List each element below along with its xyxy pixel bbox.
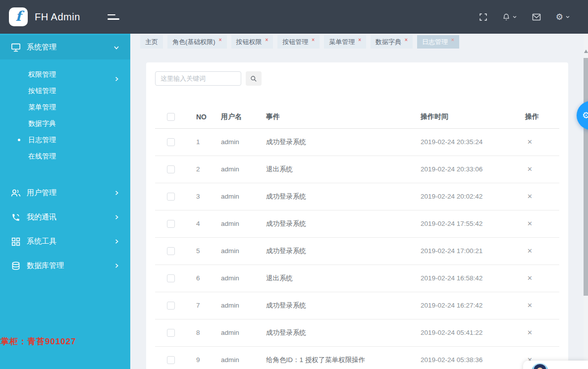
- sidebar-subitem-label: 按钮管理: [28, 87, 56, 95]
- row-checkbox[interactable]: [167, 274, 175, 282]
- row-checkbox[interactable]: [167, 165, 175, 173]
- row-checkbox[interactable]: [167, 193, 175, 201]
- fullscreen-icon[interactable]: [479, 13, 487, 21]
- delete-row-button[interactable]: ✕: [525, 328, 535, 337]
- chevron-right-icon: [114, 263, 119, 268]
- sidebar: 系统管理权限管理按钮管理菜单管理数据字典日志管理在线管理用户管理我的通讯系统工具…: [0, 34, 130, 369]
- sidebar-subitem-button-mgmt[interactable]: 按钮管理: [0, 83, 130, 99]
- cell-username: admin: [221, 183, 266, 210]
- table-row: 7admin成功登录系统2019-02-24 16:27:42✕: [155, 292, 559, 319]
- sidebar-toggle-icon[interactable]: [107, 12, 121, 22]
- sidebar-item-contacts[interactable]: 我的通讯: [0, 205, 130, 229]
- tab-label: 按钮管理: [282, 38, 308, 46]
- delete-row-button[interactable]: ✕: [525, 246, 535, 256]
- notifications-icon[interactable]: [502, 13, 517, 21]
- sidebar-subitem-label: 在线管理: [28, 152, 56, 160]
- tab-close-icon[interactable]: ×: [219, 33, 222, 47]
- row-checkbox[interactable]: [167, 220, 175, 228]
- tab-role[interactable]: 角色(基础权限)×: [167, 35, 227, 49]
- sidebar-subitem-label: 日志管理: [28, 136, 56, 144]
- chevron-right-icon: [114, 239, 119, 244]
- tab-label: 日志管理: [422, 38, 448, 46]
- table-row: 9admin给角色ID：1 授权了菜单权限操作2019-02-24 05:38:…: [155, 346, 559, 369]
- chevron-down-icon: [565, 14, 570, 19]
- delete-row-button[interactable]: ✕: [525, 164, 535, 174]
- column-header-4: 操作: [525, 105, 559, 128]
- cell-event: 成功登录系统: [266, 128, 421, 156]
- vertical-scrollbar[interactable]: [584, 34, 588, 369]
- app-logo: f: [9, 7, 28, 26]
- tab-home[interactable]: 主页: [140, 35, 163, 49]
- delete-row-button[interactable]: ✕: [525, 273, 535, 283]
- sidebar-item-tools[interactable]: 系统工具: [0, 229, 130, 254]
- scrollbar-thumb[interactable]: [584, 58, 588, 296]
- cell-no: 1: [196, 128, 221, 156]
- table-header-row: NO用户名事件操作时间操作: [155, 105, 559, 128]
- sidebar-subitem-label: 数据字典: [28, 119, 56, 127]
- search-button[interactable]: [246, 71, 262, 86]
- tab-close-icon[interactable]: ×: [312, 33, 315, 47]
- sidebar-item-label: 用户管理: [27, 188, 56, 198]
- tab-label: 菜单管理: [329, 38, 355, 46]
- cell-event: 成功登录系统: [266, 210, 421, 237]
- row-checkbox[interactable]: [167, 302, 175, 310]
- cell-no: 5: [196, 237, 221, 264]
- cell-event: 成功登录系统: [266, 292, 421, 319]
- tab-close-icon[interactable]: ×: [451, 33, 454, 47]
- sidebar-item-users[interactable]: 用户管理: [0, 181, 130, 205]
- sidebar-subitem-log-mgmt[interactable]: 日志管理: [0, 132, 130, 148]
- search-icon: [250, 75, 257, 82]
- brand-area: f FH Admin: [0, 0, 130, 34]
- row-checkbox[interactable]: [167, 329, 175, 337]
- sidebar-subitem-online-mgmt[interactable]: 在线管理: [0, 148, 130, 164]
- tab-button-mgmt[interactable]: 按钮管理×: [277, 35, 320, 49]
- cell-event: 成功登录系统: [266, 319, 421, 346]
- tab-log-mgmt[interactable]: 日志管理×: [417, 35, 459, 49]
- tab-close-icon[interactable]: ×: [266, 33, 268, 47]
- row-checkbox[interactable]: [167, 138, 175, 146]
- tab-data-dict[interactable]: 数据字典×: [371, 35, 413, 49]
- table-row: 3admin成功登录系统2019-02-24 20:02:42✕: [155, 183, 559, 210]
- column-header-0: NO: [196, 105, 221, 128]
- sidebar-subitem-data-dict[interactable]: 数据字典: [0, 115, 130, 132]
- sidebar-subitem-menu-mgmt[interactable]: 菜单管理: [0, 99, 130, 115]
- scroll-up-arrow-icon[interactable]: [584, 50, 588, 53]
- log-table: NO用户名事件操作时间操作 1admin成功登录系统2019-02-24 20:…: [155, 105, 559, 369]
- watermark-text: 掌柜：青苔901027: [0, 336, 76, 347]
- tab-menu-mgmt[interactable]: 菜单管理×: [324, 35, 366, 49]
- cell-no: 8: [196, 319, 221, 346]
- assistant-avatar: [532, 363, 548, 369]
- sidebar-item-database[interactable]: 数据库管理: [0, 254, 130, 278]
- cell-time: 2019-02-24 20:02:42: [421, 183, 525, 210]
- grid-icon: [11, 237, 21, 247]
- delete-row-button[interactable]: ✕: [525, 137, 535, 147]
- gear-icon: ⚙: [556, 13, 563, 21]
- delete-row-button[interactable]: ✕: [525, 192, 535, 201]
- tab-button-perm[interactable]: 按钮权限×: [231, 35, 273, 49]
- sidebar-subitem-label: 菜单管理: [28, 103, 56, 111]
- delete-row-button[interactable]: ✕: [525, 301, 535, 310]
- search-input[interactable]: [155, 71, 241, 86]
- gear-icon: ⚙: [582, 111, 588, 120]
- cell-time: 2019-02-24 05:41:22: [421, 319, 525, 346]
- sidebar-item-system[interactable]: 系统管理: [0, 35, 130, 59]
- tab-close-icon[interactable]: ×: [358, 33, 361, 47]
- cell-username: admin: [221, 210, 266, 237]
- row-checkbox[interactable]: [167, 247, 175, 255]
- top-bar: f FH Admin: [0, 0, 588, 34]
- cell-time: 2019-02-24 16:58:42: [421, 264, 525, 292]
- tab-close-icon[interactable]: ×: [405, 33, 408, 47]
- content-card: NO用户名事件操作时间操作 1admin成功登录系统2019-02-24 20:…: [146, 62, 568, 369]
- cell-time: 2019-02-24 17:00:21: [421, 237, 525, 264]
- select-all-checkbox[interactable]: [167, 113, 175, 121]
- row-checkbox[interactable]: [167, 356, 175, 364]
- settings-icon[interactable]: ⚙: [556, 13, 570, 21]
- assistant-popup[interactable]: [523, 361, 588, 369]
- delete-row-button[interactable]: ✕: [525, 219, 535, 228]
- sidebar-subitem-permission[interactable]: 权限管理: [0, 66, 130, 83]
- chevron-right-icon: [114, 214, 119, 220]
- main-area: 主页角色(基础权限)×按钮权限×按钮管理×菜单管理×数据字典×日志管理× NO用…: [130, 34, 588, 369]
- tab-label: 角色(基础权限): [172, 38, 215, 46]
- mail-icon[interactable]: [532, 13, 541, 21]
- topbar-actions: ⚙: [479, 13, 570, 21]
